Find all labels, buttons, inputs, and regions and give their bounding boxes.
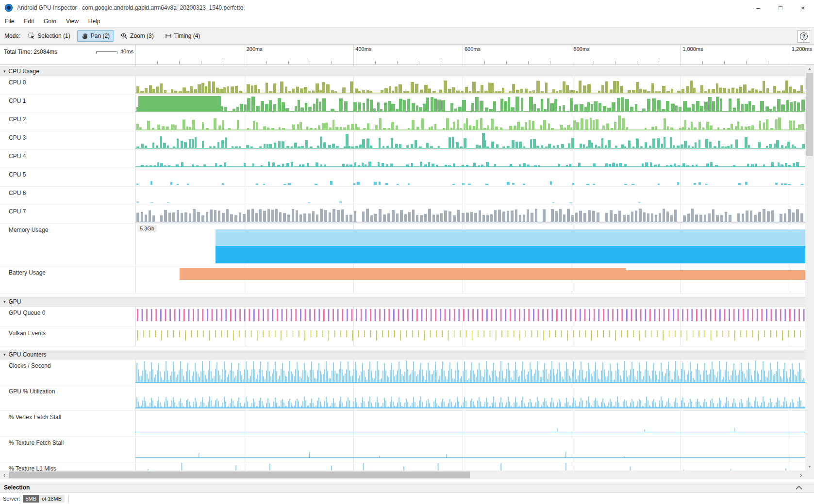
server-label: Server: <box>3 496 20 502</box>
selection-panel-header[interactable]: Selection <box>0 482 814 492</box>
server-memory-used: 5MB <box>23 495 39 503</box>
scale-indicator <box>96 51 117 54</box>
track-row-cpu5: CPU 5 <box>0 168 805 187</box>
track-canvas-clocks[interactable] <box>135 359 805 385</box>
track-canvas-vulkan-events[interactable] <box>135 327 805 346</box>
track-canvas-cpu4[interactable] <box>135 150 805 168</box>
window-controls: – □ × <box>747 0 814 16</box>
menu-help[interactable]: Help <box>83 16 105 27</box>
ruler-minor-ticks <box>135 61 805 64</box>
track-spacer <box>0 293 805 297</box>
tool-button-timing[interactable]: Timing (4) <box>161 30 205 42</box>
menu-file[interactable]: File <box>0 16 19 27</box>
track-spacer <box>0 346 805 350</box>
horizontal-scroll-thumb[interactable] <box>9 471 470 478</box>
track-label: CPU 7 <box>0 205 135 223</box>
ruler-major-tick <box>463 45 463 64</box>
track-label: % Vertex Fetch Stall <box>0 411 135 436</box>
maximize-button[interactable]: □ <box>769 0 792 16</box>
section-label: GPU Counters <box>9 351 47 358</box>
track-label: Clocks / Second <box>0 359 135 385</box>
track-label: Memory Usage <box>0 224 135 266</box>
section-header-gpu[interactable]: ▾GPU <box>0 297 805 307</box>
server-memory-usage: 5MB of 18MB <box>23 495 65 503</box>
track-label: CPU 1 <box>0 95 135 113</box>
track-canvas-cpu6[interactable] <box>135 187 805 205</box>
track-label: CPU 6 <box>0 187 135 205</box>
track-canvas-battery[interactable] <box>135 266 805 293</box>
track-row-cpu1: CPU 1 <box>0 95 805 113</box>
scroll-left-arrow-icon[interactable]: ‹ <box>0 471 9 479</box>
ruler-major-tick <box>572 45 572 64</box>
total-time-label: Total Time: 2s084ms <box>4 49 57 55</box>
section-header-gpu-counters[interactable]: ▾GPU Counters <box>0 350 805 359</box>
track-canvas-vertex-fetch-stall[interactable] <box>135 411 805 436</box>
tool-button-zoom[interactable]: Zoom (3) <box>116 30 158 42</box>
track-canvas-cpu0[interactable] <box>135 76 805 94</box>
selection-icon <box>28 33 35 39</box>
track-canvas-cpu5[interactable] <box>135 168 805 186</box>
track-canvas-cpu2[interactable] <box>135 113 805 131</box>
scroll-right-arrow-icon[interactable]: › <box>797 471 805 479</box>
track-canvas-gpu-util[interactable] <box>135 385 805 410</box>
track-label: % Texture Fetch Stall <box>0 437 135 462</box>
track-label: GPU % Utilization <box>0 385 135 410</box>
track-row-battery: Battery Usage <box>0 266 805 293</box>
window-title: Android GPU Inspector - com.google.andro… <box>17 4 243 11</box>
timing-icon <box>165 33 172 39</box>
track-row-cpu6: CPU 6 <box>0 187 805 205</box>
title-bar: Android GPU Inspector - com.google.andro… <box>0 0 814 16</box>
vertical-scrollbar[interactable]: ▴ ▾ <box>805 65 814 471</box>
scale-label: 40ms <box>120 49 133 54</box>
close-button[interactable]: × <box>792 0 814 16</box>
status-divider <box>68 495 69 503</box>
scroll-down-arrow-icon[interactable]: ▾ <box>805 463 814 471</box>
track-canvas-texture-fetch-stall[interactable] <box>135 437 805 462</box>
track-label: Battery Usage <box>0 266 135 293</box>
ruler-tick-label: 200ms <box>247 46 263 52</box>
ruler-tick-label: 800ms <box>574 46 590 52</box>
zoom-icon <box>121 33 128 39</box>
track-label: CPU 2 <box>0 113 135 131</box>
menu-view[interactable]: View <box>61 16 83 27</box>
track-label: CPU 5 <box>0 168 135 186</box>
track-list: ▾CPU UsageCPU 0CPU 1CPU 2CPU 3CPU 4CPU 5… <box>0 65 805 471</box>
ruler-major-tick <box>681 45 681 64</box>
tool-button-pan[interactable]: Pan (2) <box>77 30 114 42</box>
selection-panel-chevron-icon[interactable] <box>796 486 802 490</box>
section-header-cpu-usage[interactable]: ▾CPU Usage <box>0 66 805 76</box>
minimize-button[interactable]: – <box>747 0 769 16</box>
scroll-up-arrow-icon[interactable]: ▴ <box>805 65 814 72</box>
menu-goto[interactable]: Goto <box>39 16 61 27</box>
ruler-tick-label: 1,200ms <box>792 46 812 52</box>
help-button[interactable]: ? <box>797 30 810 43</box>
vertical-scroll-thumb[interactable] <box>806 73 813 156</box>
tool-button-group: Selection (1)Pan (2)Zoom (3)Timing (4) <box>24 30 204 42</box>
ruler-tick-label: 400ms <box>355 46 371 52</box>
track-canvas-gpu-queue0[interactable] <box>135 307 805 326</box>
scrollbar-corner <box>805 471 814 479</box>
tool-button-label: Zoom (3) <box>130 33 154 39</box>
help-icon: ? <box>800 33 808 40</box>
track-row-texture-fetch-stall: % Texture Fetch Stall <box>0 437 805 462</box>
menu-bar: FileEditGotoViewHelp <box>0 16 814 27</box>
track-label: % Texture L1 Miss <box>0 462 135 471</box>
status-bar: Server: 5MB of 18MB <box>0 492 814 504</box>
tool-button-selection[interactable]: Selection (1) <box>24 30 74 42</box>
track-label: CPU 0 <box>0 76 135 94</box>
track-canvas-cpu7[interactable] <box>135 205 805 223</box>
app-window: Android GPU Inspector - com.google.andro… <box>0 0 814 504</box>
track-row-cpu2: CPU 2 <box>0 113 805 131</box>
horizontal-scrollbar[interactable]: ‹ › <box>0 471 805 479</box>
ruler-tick-label: 600ms <box>465 46 481 52</box>
tool-button-label: Selection (1) <box>37 33 70 39</box>
track-canvas-memory[interactable] <box>135 224 805 266</box>
track-canvas-texture-l1-miss[interactable] <box>135 462 805 471</box>
server-memory-total: of 18MB <box>39 495 65 503</box>
timeline-ruler[interactable]: Total Time: 2s084ms 40ms 200ms400ms600ms… <box>0 45 814 65</box>
menu-edit[interactable]: Edit <box>19 16 39 27</box>
track-canvas-cpu1[interactable] <box>135 95 805 113</box>
track-canvas-cpu3[interactable] <box>135 131 805 149</box>
track-label: CPU 4 <box>0 150 135 168</box>
section-label: CPU Usage <box>9 68 39 75</box>
